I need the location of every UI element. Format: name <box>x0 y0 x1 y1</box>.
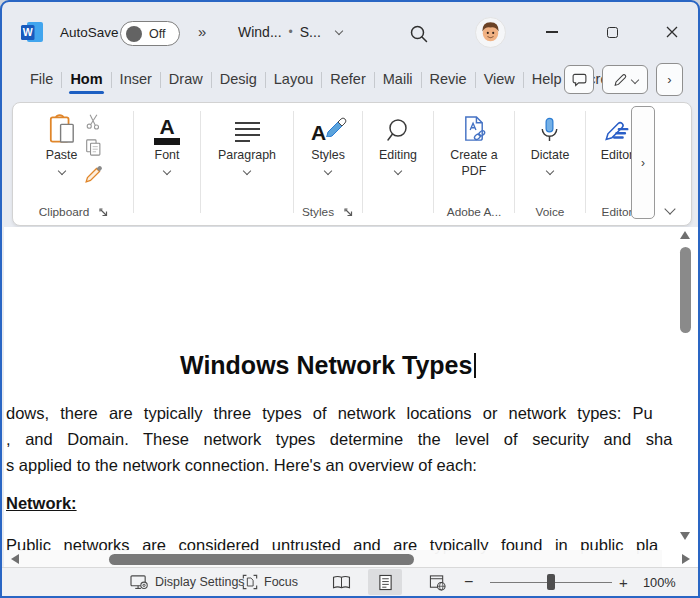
chevron-down-icon <box>57 166 65 174</box>
group-divider <box>133 111 134 213</box>
horizontal-scroll-right-arrow[interactable] <box>682 554 690 564</box>
styles-label: Styles <box>311 148 345 164</box>
search-icon[interactable] <box>408 23 430 45</box>
format-painter-icon[interactable] <box>84 165 103 184</box>
editing-label: Editing <box>379 148 417 164</box>
word-app-icon[interactable]: W <box>20 20 44 44</box>
document-page[interactable]: Windows Network Types dows, there are ty… <box>4 227 698 570</box>
document-saved-state: S... <box>300 24 321 40</box>
body-text-line: , and Domain. These network types determ… <box>6 429 672 450</box>
svg-text:W: W <box>23 26 33 38</box>
comment-icon <box>571 71 588 88</box>
document-name: Wind... <box>238 24 282 40</box>
chevron-down-icon <box>394 166 402 174</box>
read-mode-button[interactable] <box>324 569 358 595</box>
group-divider <box>200 111 201 213</box>
chevron-down-icon <box>664 203 675 214</box>
paragraph-lines-icon <box>235 122 260 145</box>
maximize-icon <box>607 27 618 38</box>
zoom-level-button[interactable]: 100% <box>643 568 676 596</box>
zoom-out-button[interactable]: − <box>464 568 473 596</box>
ribbon-overflow-button[interactable]: › <box>656 63 683 96</box>
editing-button[interactable]: Editing <box>374 109 422 176</box>
vertical-scroll-down-arrow[interactable] <box>680 532 690 540</box>
tab-draw[interactable]: Draw <box>161 65 211 96</box>
tab-insert[interactable]: Inser <box>112 65 160 96</box>
font-button[interactable]: A Font <box>149 109 185 176</box>
autosave-toggle[interactable]: Off <box>120 21 180 46</box>
minimize-button[interactable] <box>535 16 569 48</box>
group-divider <box>362 111 363 213</box>
close-button[interactable] <box>655 16 689 48</box>
paste-button[interactable]: Paste <box>41 109 83 176</box>
quick-access-overflow-button[interactable]: » <box>198 23 206 40</box>
maximize-button[interactable] <box>595 16 629 48</box>
dialog-launcher-icon[interactable] <box>343 207 354 218</box>
group-label-styles: Styles <box>302 205 334 219</box>
zoom-in-button[interactable]: + <box>619 568 628 596</box>
tab-file[interactable]: File <box>22 65 61 96</box>
account-avatar[interactable] <box>475 17 506 48</box>
group-label-voice: Voice <box>536 205 565 219</box>
tab-help[interactable]: Help <box>524 65 570 96</box>
tab-mailings[interactable]: Maili <box>375 65 421 96</box>
vertical-scroll-up-arrow[interactable] <box>680 231 690 239</box>
minimize-icon <box>546 31 558 33</box>
web-layout-button[interactable] <box>420 569 454 595</box>
tab-layout[interactable]: Layou <box>266 65 322 96</box>
editing-mode-button[interactable] <box>602 65 648 94</box>
pen-icon <box>612 72 628 88</box>
horizontal-scroll-left-arrow[interactable] <box>11 554 19 564</box>
focus-icon <box>242 574 258 590</box>
web-layout-icon <box>429 574 446 591</box>
tab-design[interactable]: Desig <box>212 65 265 96</box>
display-settings-icon <box>130 574 149 591</box>
zoom-slider-thumb[interactable] <box>547 574 555 590</box>
horizontal-scrollbar-thumb[interactable] <box>109 554 414 565</box>
chevron-down-icon <box>546 166 554 174</box>
chevron-down-icon <box>324 166 332 174</box>
chevron-down-icon <box>631 75 639 83</box>
group-divider <box>293 111 294 213</box>
tab-view[interactable]: View <box>476 65 523 96</box>
group-label-clipboard: Clipboard <box>39 205 90 219</box>
create-pdf-icon <box>461 115 488 145</box>
focus-label: Focus <box>264 575 298 589</box>
tab-home[interactable]: Hom <box>62 65 110 96</box>
collapse-ribbon-button[interactable] <box>659 200 681 218</box>
font-label: Font <box>155 148 180 164</box>
ribbon-group-voice: Dictate Voice <box>517 105 583 223</box>
document-title-menu[interactable]: Wind... • S... <box>238 24 342 40</box>
dictate-button[interactable]: Dictate <box>526 109 575 176</box>
paragraph-button[interactable]: Paragraph <box>213 109 281 176</box>
group-label-editor: Editor <box>602 205 633 219</box>
status-bar: Display Settings Focus <box>2 567 698 596</box>
tab-references[interactable]: Refer <box>322 65 373 96</box>
text-cursor <box>474 353 476 378</box>
title-separator-dot: • <box>289 25 293 39</box>
chevron-right-glyph: › <box>667 72 671 87</box>
tab-review[interactable]: Revie <box>422 65 475 96</box>
word-window: W AutoSave Off » Wind... • S... <box>0 0 700 598</box>
dialog-launcher-icon[interactable] <box>98 207 109 218</box>
styles-button[interactable]: A Styles <box>306 109 350 176</box>
vertical-scrollbar-thumb[interactable] <box>680 247 691 333</box>
dictate-label: Dictate <box>531 148 570 164</box>
autosave-state: Off <box>149 27 165 41</box>
ribbon-group-adobe: Create a PDF Adobe A... <box>436 105 512 223</box>
paste-label: Paste <box>46 148 78 164</box>
print-layout-icon <box>378 574 393 591</box>
create-pdf-label: Create a PDF <box>448 148 500 179</box>
display-settings-button[interactable]: Display Settings <box>130 568 245 596</box>
ribbon-group-editing: Editing <box>365 105 431 223</box>
chevron-down-icon <box>163 166 171 174</box>
create-pdf-button[interactable]: Create a PDF <box>443 109 505 181</box>
ribbon-expand-button[interactable]: › <box>631 106 655 219</box>
chevron-down-icon <box>335 26 343 34</box>
comments-button[interactable] <box>564 65 594 94</box>
cut-icon[interactable] <box>85 113 102 130</box>
styles-icon: A <box>311 115 345 145</box>
copy-icon[interactable] <box>85 138 102 157</box>
focus-button[interactable]: Focus <box>242 568 298 596</box>
print-layout-button[interactable] <box>368 569 402 595</box>
